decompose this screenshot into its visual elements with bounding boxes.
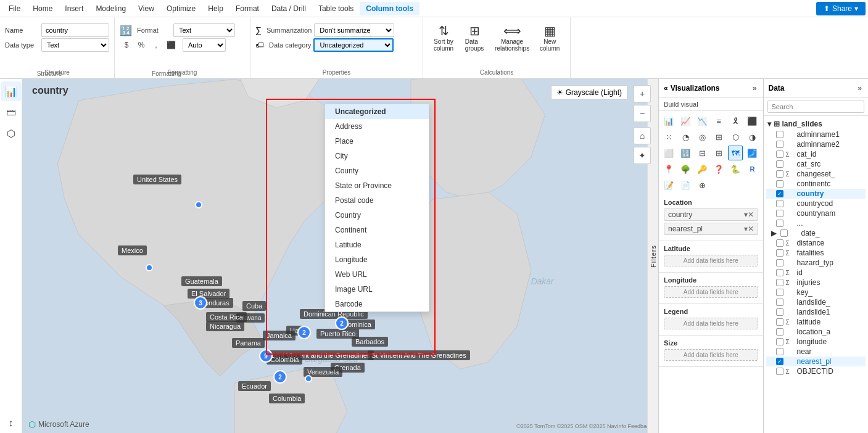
vis-kpi[interactable]: 🔢 [678, 146, 693, 160]
field-id[interactable]: Σ id [766, 268, 866, 278]
dropdown-item-state-province[interactable]: State or Province [325, 178, 429, 193]
percent-icon[interactable]: % [134, 38, 148, 52]
comma-icon[interactable]: , [149, 38, 163, 52]
menu-file[interactable]: File [2, 2, 27, 15]
vis-key-influencers[interactable]: 🔑 [695, 162, 709, 176]
field-cat-id[interactable]: Σ cat_id [766, 149, 866, 159]
dropdown-item-web-url[interactable]: Web URL [325, 267, 429, 282]
dropdown-item-city[interactable]: City [325, 149, 429, 163]
vis-waterfall[interactable]: ⬛ [745, 113, 759, 128]
vis-paginated[interactable]: 📄 [678, 178, 693, 192]
field-nearest-pl[interactable]: ✓ nearest_pl [766, 357, 866, 366]
vis-filled-map[interactable]: 🗾 [745, 146, 759, 160]
field-countrycod[interactable]: countrycod [766, 199, 866, 208]
compass-button[interactable]: ✦ [634, 147, 651, 164]
data-search-input[interactable] [767, 101, 865, 113]
field-more[interactable]: ... [766, 218, 866, 228]
field-adminname2[interactable]: adminname2 [766, 139, 866, 149]
vis-ribbon[interactable]: 🎗 [728, 113, 743, 128]
dropdown-item-latitude[interactable]: Latitude [325, 237, 429, 252]
vis-map[interactable]: 🗺 [728, 146, 743, 160]
summarization-select[interactable]: Don't summarize [314, 23, 394, 37]
field-adminname1[interactable]: adminname1 [766, 130, 866, 139]
legend-add-field[interactable]: Add data fields here [664, 318, 758, 329]
vis-bar-chart[interactable]: 📊 [661, 113, 676, 128]
vis-azure-map[interactable]: 📍 [661, 162, 676, 176]
vis-pie[interactable]: ◔ [678, 130, 693, 144]
home-button[interactable]: ⌂ [634, 127, 651, 144]
dropdown-item-image-url[interactable]: Image URL [325, 282, 429, 297]
vis-gauge[interactable]: ◑ [745, 130, 759, 144]
data-category-select[interactable]: Uncategorized Address Place City County … [313, 38, 394, 52]
decimal-icon[interactable]: ⬛ [164, 38, 178, 52]
field-objectid[interactable]: Σ OBJECTID [766, 366, 866, 376]
vis-qna[interactable]: ❓ [711, 162, 726, 176]
field-fatalities[interactable]: Σ fatalities [766, 248, 866, 258]
dropdown-item-continent[interactable]: Continent [325, 223, 429, 237]
format-select[interactable]: Text [173, 23, 235, 37]
field-location-a[interactable]: location_a [766, 327, 866, 337]
vis-bar-h[interactable]: ≡ [711, 113, 726, 128]
collapse-vis-icon[interactable]: « [664, 84, 668, 93]
zoom-out-button[interactable]: − [634, 105, 651, 122]
menu-help[interactable]: Help [202, 2, 229, 15]
sidebar-arrow-icon[interactable]: ↕ [1, 413, 21, 433]
dropdown-item-postal-code[interactable]: Postal code [325, 193, 429, 208]
menu-modeling[interactable]: Modeling [89, 2, 132, 15]
menu-home[interactable]: Home [27, 2, 59, 15]
longitude-add-field[interactable]: Add data fields here [664, 286, 758, 298]
sort-by-column-button[interactable]: ⇅ Sort bycolumn [428, 22, 459, 54]
vis-treemap[interactable]: ⊞ [711, 130, 726, 144]
vis-matrix[interactable]: ⊞ [711, 146, 726, 160]
menu-insert[interactable]: Insert [59, 2, 89, 15]
vis-funnel[interactable]: ⬡ [728, 130, 743, 144]
vis-python[interactable]: 🐍 [728, 162, 743, 176]
vis-area-chart[interactable]: 📉 [695, 113, 709, 128]
dropdown-item-country[interactable]: Country [325, 208, 429, 223]
field-longitude[interactable]: Σ longitude [766, 337, 866, 347]
new-column-button[interactable]: ▦ Newcolumn [534, 22, 565, 54]
field-date[interactable]: ▶ date_ [766, 228, 866, 238]
field-injuries[interactable]: Σ injuries [766, 278, 866, 287]
vis-decomp[interactable]: 🌳 [678, 162, 693, 176]
field-distance[interactable]: Σ distance [766, 238, 866, 248]
size-add-field[interactable]: Add data fields here [664, 349, 758, 361]
zoom-in-button[interactable]: + [634, 85, 651, 102]
vis-scatter[interactable]: ⁙ [661, 130, 676, 144]
dropdown-item-address[interactable]: Address [325, 119, 429, 134]
field-key[interactable]: key_ [766, 287, 866, 297]
location-field-close-icon[interactable]: ✕ [748, 210, 754, 219]
vis-card[interactable]: ⬜ [661, 146, 676, 160]
location-field2-close-icon[interactable]: ✕ [748, 225, 754, 233]
dropdown-item-barcode[interactable]: Barcode [325, 297, 429, 311]
menu-view[interactable]: View [132, 2, 160, 15]
data-type-select[interactable]: Text [41, 38, 109, 52]
menu-data-drill[interactable]: Data / Drill [265, 2, 312, 15]
expand-vis-icon[interactable]: » [751, 83, 758, 94]
dropdown-item-longitude[interactable]: Longitude [325, 252, 429, 267]
menu-column-tools[interactable]: Column tools [360, 2, 420, 15]
auto-select[interactable]: Auto [183, 38, 226, 52]
data-category-dropdown[interactable]: Uncategorized Address Place City County … [324, 104, 429, 312]
field-countrynam[interactable]: countrynam [766, 208, 866, 218]
vis-smart-narrative[interactable]: 📝 [661, 178, 676, 192]
sidebar-model-icon[interactable]: ⬡ [1, 123, 21, 143]
vis-more[interactable]: ⊕ [695, 178, 709, 192]
sidebar-data-icon[interactable]: 🗃 [1, 102, 21, 122]
field-continentc[interactable]: continentc [766, 179, 866, 189]
share-button[interactable]: ⬆ Share ▾ [816, 2, 866, 15]
field-cat-src[interactable]: cat_src [766, 159, 866, 169]
menu-format[interactable]: Format [229, 2, 265, 15]
dropdown-item-county[interactable]: County [325, 163, 429, 178]
latitude-add-field[interactable]: Add data fields here [664, 255, 758, 266]
menu-table-tools[interactable]: Table tools [312, 2, 360, 15]
field-near[interactable]: near [766, 347, 866, 357]
manage-relationships-button[interactable]: ⟺ Managerelationships [490, 22, 534, 54]
vis-donut[interactable]: ◎ [695, 130, 709, 144]
tree-group-header[interactable]: ▾ ⊞ land_slides [766, 118, 866, 130]
sidebar-report-icon[interactable]: 📊 [1, 81, 21, 101]
vis-r[interactable]: R [745, 162, 759, 176]
field-changeset[interactable]: Σ changeset_ [766, 169, 866, 179]
expand-data-icon[interactable]: » [856, 83, 863, 94]
field-hazard-typ[interactable]: hazard_typ [766, 258, 866, 268]
